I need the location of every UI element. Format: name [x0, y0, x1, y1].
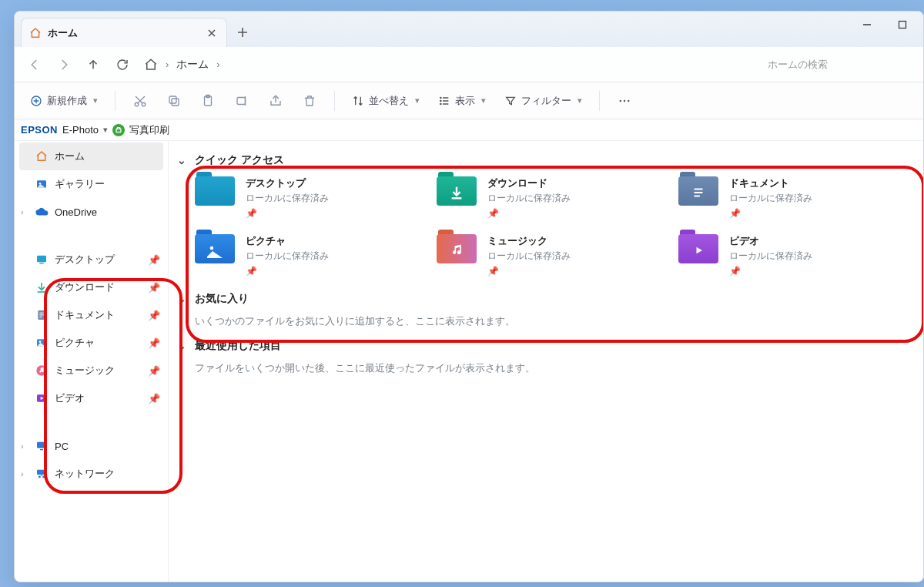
svg-rect-4 — [172, 99, 179, 106]
chevron-right-icon: › — [21, 469, 24, 478]
pin-icon: 📌 — [246, 266, 329, 277]
gallery-icon — [35, 177, 49, 191]
epson-brand: EPSON — [21, 124, 58, 136]
command-toolbar: 新規作成 ▾ 並べ替え ▾ 表示 ▾ — [15, 82, 923, 119]
sidebar-item-videos[interactable]: ビデオ 📌 — [15, 384, 168, 412]
minimize-button[interactable] — [849, 13, 885, 36]
breadcrumb-home[interactable]: ホーム — [176, 58, 209, 72]
svg-rect-31 — [38, 476, 41, 478]
delete-button[interactable] — [294, 88, 325, 114]
sidebar-item-music[interactable]: ミュージック 📌 — [15, 357, 168, 384]
sidebar-item-label: ミュージック — [55, 364, 115, 377]
svg-rect-23 — [39, 317, 42, 317]
chevron-down-icon: ▾ — [93, 96, 98, 106]
new-tab-button[interactable] — [227, 18, 258, 47]
pin-icon: 📌 — [148, 365, 160, 377]
more-button[interactable] — [609, 88, 640, 114]
svg-rect-21 — [39, 313, 43, 314]
section-title: クイック アクセス — [195, 153, 284, 167]
sidebar-item-label: PC — [55, 441, 69, 452]
sort-button[interactable]: 並べ替え ▾ — [344, 88, 427, 114]
back-button[interactable] — [24, 54, 45, 75]
sidebar-item-desktop[interactable]: デスクトップ 📌 — [15, 246, 168, 273]
sidebar-spacer — [15, 412, 168, 432]
chevron-down-icon: ▾ — [103, 125, 108, 135]
nav-sidebar: ホーム ギャラリー › OneDrive デスクトップ — [15, 141, 169, 582]
quick-access-desktop[interactable]: デスクトップ ローカルに保存済み 📌 — [195, 176, 429, 219]
sidebar-item-label: ダウンロード — [55, 280, 115, 294]
sidebar-item-pc[interactable]: › PC — [15, 432, 168, 460]
svg-rect-29 — [40, 449, 43, 450]
chevron-down-icon: ⌄ — [175, 154, 189, 166]
title-bar: ホーム — [15, 12, 923, 47]
sidebar-item-documents[interactable]: ドキュメント 📌 — [15, 301, 168, 329]
quick-access-videos[interactable]: ビデオ ローカルに保存済み 📌 — [678, 234, 912, 277]
sidebar-item-gallery[interactable]: ギャラリー — [15, 170, 168, 198]
home-icon — [35, 149, 49, 163]
section-recent[interactable]: ⌄ 最近使用した項目 — [175, 339, 912, 353]
pin-icon: 📌 — [148, 310, 160, 321]
quick-access-documents[interactable]: ドキュメント ローカルに保存済み 📌 — [678, 176, 912, 219]
music-icon — [35, 364, 49, 377]
quick-access-downloads[interactable]: ダウンロード ローカルに保存済み 📌 — [437, 176, 671, 219]
sidebar-item-onedrive[interactable]: › OneDrive — [15, 198, 168, 226]
sidebar-item-downloads[interactable]: ダウンロード 📌 — [15, 273, 168, 301]
quick-access-pictures[interactable]: ピクチャ ローカルに保存済み 📌 — [195, 234, 429, 277]
search-input[interactable]: ホームの検索 — [760, 52, 914, 77]
svg-rect-19 — [39, 263, 43, 263]
svg-rect-30 — [37, 470, 46, 475]
section-quick-access[interactable]: ⌄ クイック アクセス — [175, 153, 912, 167]
svg-point-25 — [39, 340, 42, 343]
video-icon — [35, 391, 49, 405]
maximize-button[interactable] — [885, 13, 920, 36]
item-name: ダウンロード — [487, 176, 571, 190]
new-button[interactable]: 新規作成 ▾ — [22, 88, 105, 114]
browser-tab-home[interactable]: ホーム — [21, 18, 227, 47]
new-label: 新規作成 — [47, 94, 87, 108]
sidebar-item-label: ドキュメント — [55, 308, 115, 322]
epson-print-label[interactable]: 写真印刷 — [129, 123, 169, 137]
pin-icon: 📌 — [148, 282, 160, 294]
sidebar-item-network[interactable]: › ネットワーク — [15, 460, 168, 488]
folder-videos-icon — [678, 234, 718, 267]
quick-access-music[interactable]: ミュージック ローカルに保存済み 📌 — [437, 234, 671, 277]
sidebar-item-home[interactable]: ホーム — [19, 143, 163, 170]
share-button[interactable] — [260, 88, 291, 114]
refresh-button[interactable] — [112, 54, 133, 75]
svg-point-12 — [620, 99, 621, 101]
sidebar-item-label: ネットワーク — [55, 467, 115, 481]
breadcrumb[interactable]: › ホーム › — [141, 58, 752, 72]
item-name: デスクトップ — [246, 176, 329, 190]
window-controls — [849, 13, 920, 36]
svg-point-33 — [210, 247, 214, 250]
favorites-empty-text: いくつかのファイルをお気に入りに追加すると、ここに表示されます。 — [195, 315, 912, 328]
item-sub: ローカルに保存済み — [487, 250, 571, 263]
sidebar-item-pictures[interactable]: ピクチャ 📌 — [15, 329, 168, 357]
copy-button[interactable] — [159, 88, 189, 114]
filter-label: フィルター — [521, 94, 571, 108]
svg-rect-5 — [169, 96, 176, 103]
svg-rect-8 — [237, 97, 246, 104]
section-favorites[interactable]: ⌄ お気に入り — [175, 292, 912, 306]
content-pane: ⌄ クイック アクセス デスクトップ ローカルに保存済み 📌 — [169, 141, 923, 582]
tab-close-button[interactable] — [205, 26, 219, 40]
rename-button[interactable] — [226, 88, 257, 114]
item-sub: ローカルに保存済み — [487, 192, 571, 205]
nav-row: › ホーム › ホームの検索 — [15, 47, 923, 82]
epson-product[interactable]: E-Photo — [62, 124, 99, 136]
forward-button[interactable] — [53, 54, 75, 75]
pc-icon — [35, 439, 49, 453]
view-label: 表示 — [455, 94, 475, 108]
chevron-down-icon: ⌄ — [175, 293, 189, 305]
up-button[interactable] — [82, 54, 104, 75]
cut-button[interactable] — [125, 88, 156, 114]
svg-rect-28 — [37, 442, 46, 448]
folder-downloads-icon — [437, 176, 477, 209]
pin-icon: 📌 — [148, 337, 160, 349]
view-button[interactable]: 表示 ▾ — [430, 88, 494, 114]
pin-icon: 📌 — [148, 393, 160, 404]
svg-point-13 — [624, 99, 625, 101]
paste-button[interactable] — [192, 88, 223, 114]
filter-button[interactable]: フィルター ▾ — [497, 88, 590, 114]
item-sub: ローカルに保存済み — [729, 192, 812, 205]
